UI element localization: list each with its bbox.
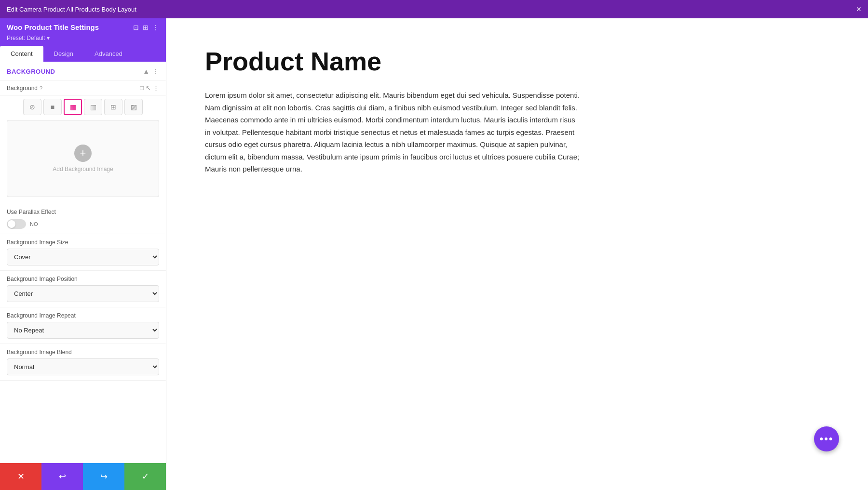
main-area: Woo Product Title Settings ⊡ ⊞ ⋮ Preset:… (0, 18, 868, 490)
undo-button[interactable]: ↩ (41, 463, 83, 490)
section-more-icon[interactable]: ⋮ (152, 67, 159, 75)
bg-position-control: Background Image Position Center Top Lef… (0, 271, 166, 307)
bg-size-control: Background Image Size Cover Contain Auto (0, 234, 166, 271)
bottom-toolbar: ✕ ↩ ↪ ✓ (0, 463, 166, 490)
sidebar: Woo Product Title Settings ⊡ ⊞ ⋮ Preset:… (0, 18, 166, 490)
parallax-label: Use Parallax Effect (7, 209, 159, 215)
top-bar: Edit Camera Product All Products Body La… (0, 0, 868, 18)
cancel-icon: ✕ (17, 471, 25, 482)
collapse-icon[interactable]: ▲ (143, 67, 149, 75)
sidebar-header: Woo Product Title Settings ⊡ ⊞ ⋮ Preset:… (0, 18, 166, 46)
help-icon[interactable]: ? (40, 85, 42, 91)
section-title-background: Background (7, 68, 55, 75)
redo-icon: ↪ (100, 471, 108, 482)
canvas-area: Product Name Lorem ipsum dolor sit amet,… (166, 18, 868, 490)
bg-repeat-label: Background Image Repeat (7, 312, 159, 319)
save-icon: ✓ (142, 471, 149, 482)
bg-position-select[interactable]: Center Top Left Top Center Top Right Cen… (7, 285, 159, 302)
add-image-plus-icon[interactable]: + (74, 145, 92, 162)
section-background-header: Background ▲ ⋮ (0, 62, 166, 80)
bg-type-pattern[interactable]: ⊞ (104, 99, 122, 115)
product-body: Lorem ipsum dolor sit amet, consectetur … (205, 89, 581, 175)
bg-size-label: Background Image Size (7, 239, 159, 246)
add-image-label: Add Background Image (53, 166, 113, 172)
tabs-row: Content Design Advanced (0, 46, 166, 62)
bg-type-none[interactable]: ⊘ (23, 99, 41, 115)
sidebar-title-row: Woo Product Title Settings ⊡ ⊞ ⋮ (7, 23, 159, 31)
sidebar-content: Background ▲ ⋮ Background ? □ ↖ ⋮ (0, 62, 166, 463)
parallax-toggle[interactable] (7, 219, 26, 229)
bg-type-gradient-v[interactable]: ▥ (84, 99, 102, 115)
preset-selector[interactable]: Preset: Default (7, 35, 50, 41)
close-button[interactable]: × (856, 5, 861, 13)
tab-design[interactable]: Design (43, 46, 84, 62)
background-label: Background ? (7, 85, 42, 92)
parallax-control: Use Parallax Effect NO (0, 204, 166, 234)
tab-advanced[interactable]: Advanced (84, 46, 133, 62)
bg-repeat-select[interactable]: No Repeat Repeat Repeat X Repeat Y (7, 322, 159, 339)
bg-type-solid[interactable]: ■ (43, 99, 62, 115)
cursor-icon[interactable]: ↖ (146, 84, 151, 92)
cancel-button[interactable]: ✕ (0, 463, 41, 490)
redo-button[interactable]: ↪ (83, 463, 124, 490)
product-title: Product Name (205, 47, 829, 76)
parallax-toggle-row: NO (7, 219, 159, 229)
image-upload-area[interactable]: + Add Background Image (7, 120, 159, 197)
bg-blend-control: Background Image Blend Normal Multiply S… (0, 344, 166, 381)
responsive-icon[interactable]: ⊡ (133, 24, 139, 31)
desktop-icon[interactable]: □ (140, 84, 144, 92)
save-button[interactable]: ✓ (124, 463, 166, 490)
bg-blend-label: Background Image Blend (7, 349, 159, 356)
more-icon[interactable]: ⋮ (152, 24, 159, 31)
parallax-toggle-label: NO (30, 221, 38, 227)
floating-action-button[interactable]: ••• (814, 426, 839, 451)
section-header-icons: ▲ ⋮ (143, 67, 159, 75)
toggle-knob (8, 220, 15, 228)
layout-icon[interactable]: ⊞ (143, 24, 149, 31)
sidebar-title: Woo Product Title Settings (7, 23, 99, 31)
control-icons: □ ↖ ⋮ (140, 84, 159, 92)
bg-repeat-control: Background Image Repeat No Repeat Repeat… (0, 307, 166, 344)
tab-content[interactable]: Content (0, 46, 43, 62)
dots-icon[interactable]: ⋮ (153, 84, 159, 92)
bg-blend-select[interactable]: Normal Multiply Screen Overlay Darken Li… (7, 358, 159, 375)
sidebar-title-icons: ⊡ ⊞ ⋮ (133, 24, 159, 31)
bg-position-label: Background Image Position (7, 276, 159, 282)
bg-type-gradient[interactable]: ▦ (64, 99, 82, 115)
top-bar-title: Edit Camera Product All Products Body La… (7, 6, 136, 13)
bg-type-image[interactable]: ▨ (124, 99, 143, 115)
background-control-row: Background ? □ ↖ ⋮ (0, 80, 166, 96)
bg-type-row: ⊘ ■ ▦ ▥ ⊞ ▨ (0, 96, 166, 120)
bg-size-select[interactable]: Cover Contain Auto (7, 249, 159, 265)
undo-icon: ↩ (59, 471, 66, 482)
